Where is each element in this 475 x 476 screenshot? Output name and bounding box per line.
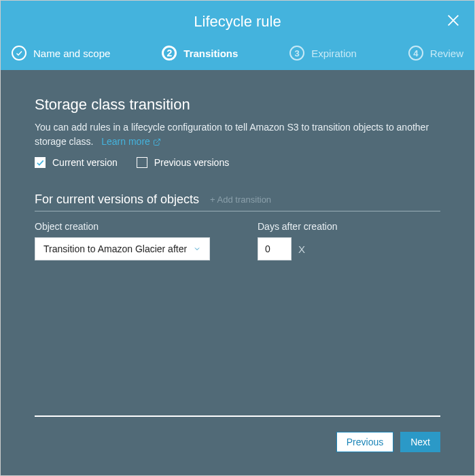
step-expiration[interactable]: 3 Expiration xyxy=(289,46,357,61)
transition-row: Object creation Transition to Amazon Gla… xyxy=(35,221,440,260)
svg-line-2 xyxy=(156,139,160,143)
checkbox-previous-versions[interactable]: Previous versions xyxy=(137,157,230,168)
step-number: 4 xyxy=(408,46,423,61)
subsection-title: For current versions of objects xyxy=(35,192,199,207)
checkbox-unchecked-icon xyxy=(137,157,147,168)
version-checkboxes: Current version Previous versions xyxy=(35,157,440,168)
close-button[interactable] xyxy=(446,13,461,31)
previous-button[interactable]: Previous xyxy=(336,432,393,452)
field-label: Object creation xyxy=(35,221,210,232)
days-after-field: Days after creation X xyxy=(258,221,338,260)
field-label: Days after creation xyxy=(258,221,338,232)
step-name-and-scope[interactable]: Name and scope xyxy=(12,46,110,61)
step-label: Review xyxy=(430,48,463,59)
checkbox-label: Current version xyxy=(52,157,118,168)
footer-buttons: Previous Next xyxy=(35,417,440,462)
step-transitions[interactable]: 2 Transitions xyxy=(162,46,238,61)
checkbox-checked-icon xyxy=(35,157,46,168)
section-heading: Storage class transition xyxy=(35,96,440,114)
external-link-icon xyxy=(153,138,161,146)
checkmark-icon xyxy=(12,46,27,61)
next-button[interactable]: Next xyxy=(400,432,440,452)
chevron-down-icon xyxy=(193,245,201,253)
step-label: Name and scope xyxy=(33,48,110,59)
current-versions-section-header: For current versions of objects + Add tr… xyxy=(35,192,440,211)
checkbox-current-version[interactable]: Current version xyxy=(35,157,118,168)
learn-more-link[interactable]: Learn more xyxy=(101,135,161,149)
remove-transition-button[interactable]: X xyxy=(298,243,305,255)
close-icon xyxy=(446,13,461,28)
lifecycle-rule-modal: Lifecycle rule Name and scope 2 Transiti… xyxy=(0,0,475,476)
modal-header: Lifecycle rule Name and scope 2 Transiti… xyxy=(1,1,474,70)
object-creation-field: Object creation Transition to Amazon Gla… xyxy=(35,221,210,260)
step-label: Transitions xyxy=(183,48,238,59)
wizard-steps: Name and scope 2 Transitions 3 Expiratio… xyxy=(1,39,474,70)
section-description: You can add rules in a lifecycle configu… xyxy=(35,120,440,149)
days-after-input[interactable] xyxy=(258,237,292,260)
checkbox-label: Previous versions xyxy=(154,157,230,168)
step-number: 3 xyxy=(289,46,304,61)
step-review[interactable]: 4 Review xyxy=(408,46,463,61)
select-value: Transition to Amazon Glacier after xyxy=(43,243,187,254)
step-label: Expiration xyxy=(311,48,357,59)
add-transition-link[interactable]: + Add transition xyxy=(210,194,271,205)
modal-body: Storage class transition You can add rul… xyxy=(1,70,474,475)
step-number: 2 xyxy=(162,46,177,61)
object-creation-select[interactable]: Transition to Amazon Glacier after xyxy=(35,237,210,260)
modal-title: Lifecycle rule xyxy=(1,1,474,39)
